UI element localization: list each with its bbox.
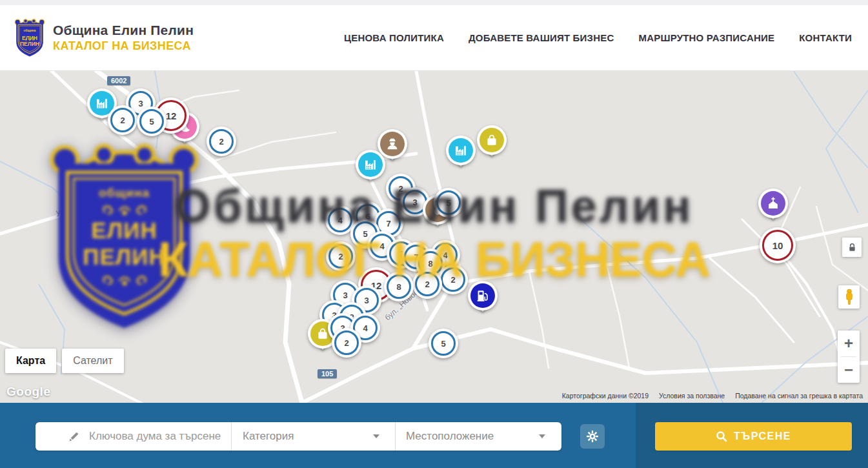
zoom-control: + − <box>838 331 860 383</box>
pin-body <box>758 188 788 218</box>
pegman-button[interactable] <box>838 285 860 309</box>
cluster-count: 5 <box>441 339 445 349</box>
bag-pin-marker[interactable] <box>477 125 507 155</box>
nav-item[interactable]: ДОБАВЕТЕ ВАШИЯТ БИЗНЕС <box>469 32 614 43</box>
fullscreen-lock-button[interactable] <box>842 238 862 257</box>
cluster-count: 10 <box>772 240 783 251</box>
cluster-marker-8[interactable]: 8 <box>384 272 414 301</box>
search-button-label: ТЪРСЕНЕ <box>734 431 791 442</box>
cluster-count: 2 <box>219 137 223 147</box>
nav-item[interactable]: ЦЕНОВА ПОЛИТИКА <box>344 32 444 43</box>
cluster-count: 4 <box>363 323 367 333</box>
pencil-icon <box>68 431 80 443</box>
cluster-ring: 5 <box>431 331 456 356</box>
cluster-ring: 8 <box>387 274 411 299</box>
cluster-count: 7 <box>386 219 390 229</box>
site-subtitle: КАТАЛОГ НА БИЗНЕСА <box>53 39 194 53</box>
cluster-count: 3 <box>343 290 347 300</box>
fuel-pin-marker[interactable] <box>468 281 498 310</box>
cluster-count: 2 <box>338 252 343 261</box>
cluster-marker-2[interactable]: 2 <box>332 328 361 358</box>
cluster-marker-2[interactable]: 2 <box>326 241 356 271</box>
map-canvas[interactable]: 6002105 ул. Преславбул. „Новосел 32 1252 <box>0 71 868 403</box>
map-type-control: КартаСателит <box>5 349 124 373</box>
cluster-count: 2 <box>398 184 403 194</box>
map-type-map-button[interactable]: Карта <box>5 349 56 373</box>
location-select[interactable]: Местоположение <box>395 422 561 451</box>
cluster-ring: 5 <box>139 109 164 134</box>
cluster-ring: 2 <box>415 272 439 296</box>
cluster-marker-2[interactable]: 2 <box>108 105 137 135</box>
bag-icon <box>479 128 504 152</box>
pegman-icon <box>843 289 855 305</box>
gear-icon <box>586 430 599 443</box>
cluster-count: 2 <box>120 116 125 125</box>
municipality-emblem-logo: община ЕЛИН ПЕЛИН <box>14 19 45 57</box>
cluster-marker-10[interactable]: 10 <box>760 227 796 263</box>
cluster-marker-5[interactable]: 5 <box>434 188 463 218</box>
cluster-count: 8 <box>428 259 432 269</box>
attribution-link[interactable]: Условия за ползване <box>659 392 725 400</box>
chevron-down-icon <box>373 434 379 438</box>
cluster-ring: 2 <box>441 267 465 292</box>
cluster-ring: 2 <box>328 244 353 269</box>
keyword-input[interactable] <box>89 430 228 443</box>
cluster-ring: 2 <box>334 331 359 355</box>
search-action-panel: ТЪРСЕНЕ <box>636 403 868 468</box>
cluster-count: 12 <box>166 110 177 121</box>
search-icon <box>716 431 727 442</box>
cluster-marker-2[interactable]: 2 <box>412 269 442 299</box>
cluster-marker-5[interactable]: 5 <box>429 329 458 358</box>
search-panel: Категория Местоположение <box>0 403 636 468</box>
pin-body <box>356 150 385 179</box>
cluster-ring: 2 <box>209 129 234 154</box>
attribution-link[interactable]: Подаване на сигнал за грешка в картата <box>735 392 863 400</box>
search-button[interactable]: ТЪРСЕНЕ <box>655 422 852 451</box>
map-type-satellite-button[interactable]: Сателит <box>62 349 123 373</box>
zoom-out-button[interactable]: − <box>838 357 860 383</box>
pin-body <box>468 281 498 310</box>
zoom-in-button[interactable]: + <box>838 331 860 356</box>
cluster-count: 3 <box>364 296 368 305</box>
pin-body <box>446 136 476 165</box>
cluster-marker-2[interactable]: 2 <box>207 127 236 156</box>
cluster-count: 4 <box>379 241 384 251</box>
main-nav: ЦЕНОВА ПОЛИТИКАДОБАВЕТЕ ВАШИЯТ БИЗНЕСМАР… <box>344 32 852 43</box>
church-icon <box>761 191 785 216</box>
site-header: община ЕЛИН ПЕЛИН Община Елин Пелин КАТА… <box>0 5 868 71</box>
nav-item[interactable]: КОНТАКТИ <box>799 32 852 43</box>
cluster-count: 3 <box>412 198 417 207</box>
fuel-icon <box>470 283 495 308</box>
pin-body <box>477 125 507 155</box>
search-section: Категория Местоположение <box>0 403 868 468</box>
map-attribution: Картографски данни ©2019Условия за ползв… <box>562 392 863 400</box>
emblem-line2: ПЕЛИН <box>14 41 45 48</box>
cluster-ring: 2 <box>110 108 135 132</box>
cluster-count: 8 <box>396 282 401 292</box>
lock-icon <box>847 242 858 253</box>
cluster-count: 5 <box>363 229 367 239</box>
search-bar: Категория Местоположение <box>35 422 561 451</box>
cluster-ring: 10 <box>762 230 793 261</box>
location-placeholder: Местоположение <box>406 430 494 443</box>
cluster-count: 4 <box>338 216 342 225</box>
cluster-marker-5[interactable]: 5 <box>137 107 167 136</box>
cluster-count: 5 <box>446 198 450 208</box>
factory-pin-marker[interactable] <box>446 136 476 165</box>
cluster-count: 2 <box>450 275 455 285</box>
church-pin-marker[interactable] <box>758 188 788 218</box>
cluster-count: 5 <box>149 117 154 127</box>
cluster-ring: 5 <box>436 190 461 215</box>
factory-pin-marker[interactable] <box>356 150 385 179</box>
factory-icon <box>449 138 473 163</box>
cluster-marker-2[interactable]: 2 <box>438 265 468 294</box>
markers-layer: 32 1252 23 5 <box>0 71 868 403</box>
advanced-settings-button[interactable] <box>580 424 605 449</box>
page-top-strip <box>0 0 868 5</box>
nav-item[interactable]: МАРШРУТНО РАЗПИСАНИЕ <box>638 32 774 43</box>
category-select[interactable]: Категория <box>231 422 395 451</box>
site-title: Община Елин Пелин <box>53 23 194 38</box>
brand[interactable]: община ЕЛИН ПЕЛИН Община Елин Пелин КАТА… <box>14 19 194 57</box>
category-placeholder: Категория <box>243 430 294 443</box>
google-logo[interactable]: Google <box>6 385 50 399</box>
